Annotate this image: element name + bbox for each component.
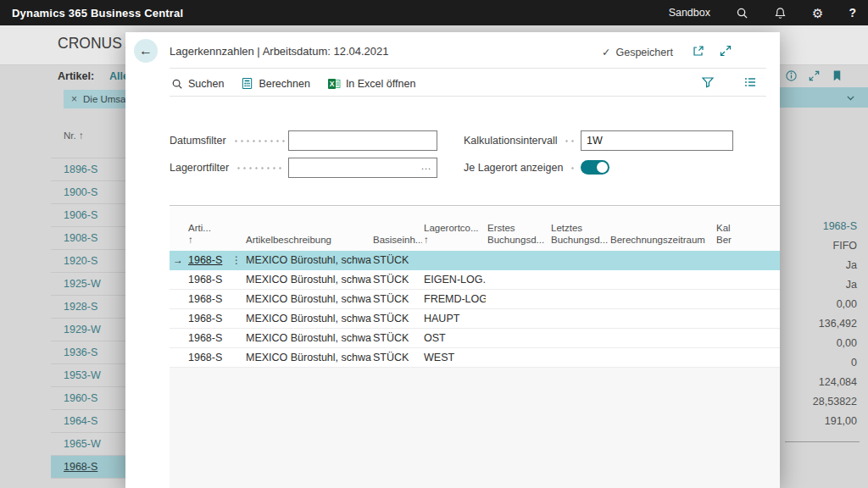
table-column-header[interactable]: LetztesBuchungsd... <box>549 206 609 251</box>
bookmark-icon[interactable] <box>831 69 843 82</box>
table-column-header[interactable]: ErstesBuchungsd... <box>486 206 549 251</box>
location-code-cell: WEST <box>422 352 486 363</box>
date-filter-row: Datumsfilter <box>170 130 285 151</box>
filter-chip[interactable]: × Die Umsa <box>64 90 133 108</box>
info-icon[interactable] <box>785 69 798 82</box>
location-filter-lookup-button[interactable]: ... <box>419 160 434 175</box>
item-number-link[interactable]: 1908-S <box>64 232 97 244</box>
background-list-item[interactable]: 1965-W <box>51 433 125 456</box>
environment-label[interactable]: Sandbox <box>669 7 710 19</box>
item-number-link[interactable]: 1968-S <box>64 461 97 473</box>
table-column-header[interactable]: KalBer <box>715 206 780 251</box>
table-column-header[interactable]: Artikelbeschreibung <box>244 206 371 251</box>
dotted-leader <box>233 140 285 142</box>
open-in-new-window-icon[interactable] <box>692 44 705 58</box>
item-number-link[interactable]: 1925-W <box>64 278 101 290</box>
item-number-link[interactable]: 1960-S <box>64 392 97 404</box>
item-number-link[interactable]: 1964-S <box>64 415 97 427</box>
choose-view-icon[interactable] <box>743 75 757 89</box>
base-unit-cell: STÜCK <box>371 313 422 324</box>
item-number-list: 1896-S1900-S1906-S1908-S1920-S1925-W1928… <box>51 158 125 479</box>
table-row[interactable]: 1968-SMEXICO Bürostuhl, schwarzSTÜCKHAUP… <box>170 309 780 329</box>
background-list-item[interactable]: 1928-S <box>51 296 125 319</box>
background-list-item[interactable]: 1929-W <box>51 319 125 341</box>
item-number-link[interactable]: 1936-S <box>64 347 97 358</box>
search-icon[interactable] <box>736 7 748 19</box>
background-list-item[interactable]: 1953-W <box>51 364 125 387</box>
factbox-value: 0,00 <box>780 295 868 314</box>
item-number-link[interactable]: 1968-S <box>188 352 222 363</box>
background-list-item[interactable]: 1900-S <box>51 181 125 204</box>
item-number-link[interactable]: 1928-S <box>64 301 97 313</box>
item-description-cell: MEXICO Bürostuhl, schwarz <box>244 293 371 305</box>
screen: Dynamics 365 Business Central Sandbox ⚙ … <box>0 0 868 488</box>
notifications-bell-icon[interactable] <box>774 7 787 19</box>
location-filter-input[interactable] <box>288 158 437 178</box>
factbox-value: 191,00 <box>780 412 868 431</box>
sort-ascending-icon: ↑ <box>79 130 84 141</box>
item-number-link[interactable]: 1968-S <box>188 332 222 344</box>
chevron-down-icon[interactable] <box>845 92 856 103</box>
header-line-2: Ber <box>716 234 776 246</box>
list-view-controls <box>701 75 757 89</box>
open-in-excel-button[interactable]: X In Excel öffnen <box>327 77 415 91</box>
item-number-link[interactable]: 1968-S <box>188 313 222 324</box>
table-row[interactable]: →1968-S⋮MEXICO Bürostuhl, schwarzSTÜCK <box>170 251 780 270</box>
factbox-header-band[interactable] <box>778 87 868 108</box>
table-row[interactable]: 1968-SMEXICO Bürostuhl, schwarzSTÜCKOST <box>170 329 780 348</box>
table-column-header[interactable]: Lagerortco...↑ <box>422 206 486 251</box>
table-column-header[interactable]: Arti...↑ <box>186 206 244 251</box>
item-number-link[interactable]: 1900-S <box>64 186 97 198</box>
company-title: CRONUS A <box>58 35 135 53</box>
background-list-item[interactable]: 1908-S <box>51 227 125 250</box>
item-number-link[interactable]: 1968-S <box>188 293 222 305</box>
list-caption: Artikel: <box>58 70 94 82</box>
number-column-header[interactable]: Nr. ↑ <box>64 130 84 141</box>
help-icon[interactable]: ? <box>849 6 856 19</box>
background-list-item[interactable]: 1896-S <box>51 158 125 181</box>
background-list-item[interactable]: 1968-S <box>51 456 125 479</box>
item-number-link[interactable]: 1965-W <box>64 438 101 450</box>
location-filter-label: Lagerortfilter <box>170 162 229 174</box>
filter-funnel-icon[interactable] <box>701 75 715 89</box>
settings-gear-icon[interactable]: ⚙ <box>812 7 823 19</box>
chip-close-icon[interactable]: × <box>71 93 77 105</box>
background-list-item[interactable]: 1906-S <box>51 204 125 227</box>
item-number-cell: 1968-S <box>186 293 244 305</box>
search-button[interactable]: Suchen <box>171 78 224 90</box>
table-row[interactable]: 1968-SMEXICO Bürostuhl, schwarzSTÜCKFREM… <box>170 290 780 309</box>
background-list-item[interactable]: 1936-S <box>51 341 125 364</box>
interval-input[interactable] <box>581 130 733 151</box>
table-row[interactable]: 1968-SMEXICO Bürostuhl, schwarzSTÜCKEIGE… <box>170 270 780 290</box>
item-number-link[interactable]: 1929-W <box>64 324 101 336</box>
per-location-toggle[interactable] <box>581 160 609 175</box>
save-status: ✓ Gespeichert <box>602 46 673 58</box>
table-column-header[interactable]: Basiseinh... <box>371 206 422 251</box>
item-number-link[interactable]: 1896-S <box>64 164 97 175</box>
factbox-toolbar <box>785 69 843 82</box>
background-list-item[interactable]: 1964-S <box>51 410 125 433</box>
factbox-value: 136,492 <box>780 314 868 334</box>
item-number-link[interactable]: 1906-S <box>64 209 97 221</box>
background-list-item[interactable]: 1920-S <box>51 250 125 273</box>
table-row[interactable]: 1968-SMEXICO Bürostuhl, schwarzSTÜCKWEST <box>170 348 780 368</box>
factbox-value: Ja <box>780 275 868 295</box>
item-number-link[interactable]: 1920-S <box>64 255 97 267</box>
maximize-icon[interactable] <box>719 44 732 58</box>
expand-icon[interactable] <box>808 69 821 82</box>
item-number-link[interactable]: 1968-S <box>188 254 222 266</box>
dotted-leader <box>564 140 577 142</box>
item-description-cell: MEXICO Bürostuhl, schwarz <box>244 254 371 266</box>
row-context-menu-icon[interactable]: ⋮ <box>231 256 242 264</box>
back-button[interactable]: ← <box>134 39 158 63</box>
calculate-button[interactable]: Berechnen <box>241 77 309 90</box>
table-body: →1968-S⋮MEXICO Bürostuhl, schwarzSTÜCK19… <box>170 251 780 368</box>
item-number-link[interactable]: 1953-W <box>64 369 101 381</box>
background-list-item[interactable]: 1925-W <box>51 273 125 296</box>
date-filter-input[interactable] <box>288 130 437 151</box>
table-column-header[interactable]: Berechnungszeitraum <box>609 206 715 251</box>
topbar-actions: Sandbox ⚙ ? <box>669 6 856 19</box>
background-list-item[interactable]: 1960-S <box>51 387 125 410</box>
table-column-header[interactable] <box>170 206 186 251</box>
item-number-link[interactable]: 1968-S <box>188 274 222 286</box>
